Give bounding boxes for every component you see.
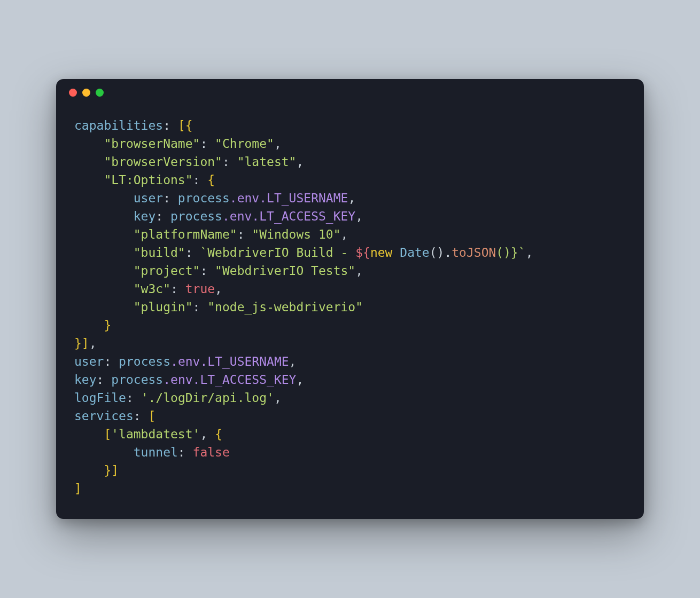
code-window: capabilities: [{ "browserName": "Chrome"…	[56, 79, 644, 520]
prop-browserName: "browserName"	[104, 137, 200, 151]
label-logFile: logFile	[74, 391, 126, 405]
prop-w3c: "w3c"	[134, 282, 170, 296]
label-tunnel: tunnel	[134, 445, 178, 459]
label-services: services	[74, 409, 134, 423]
label-key-outer: key	[74, 373, 97, 387]
prop-ltoptions: "LT:Options"	[104, 173, 192, 187]
close-icon[interactable]	[69, 89, 77, 97]
window-titlebar	[56, 79, 644, 107]
zoom-icon[interactable]	[96, 89, 104, 97]
label-user-outer: user	[74, 355, 104, 368]
minimize-icon[interactable]	[82, 89, 90, 97]
prop-project: "project"	[134, 264, 200, 278]
label-user: user	[134, 191, 163, 205]
label-capabilities: capabilities	[74, 119, 163, 132]
prop-platformName: "platformName"	[134, 227, 237, 241]
prop-browserVersion: "browserVersion"	[104, 155, 222, 169]
prop-plugin: "plugin"	[134, 300, 193, 314]
prop-build: "build"	[134, 246, 185, 259]
label-key: key	[134, 209, 156, 223]
code-block: capabilities: [{ "browserName": "Chrome"…	[56, 107, 644, 520]
